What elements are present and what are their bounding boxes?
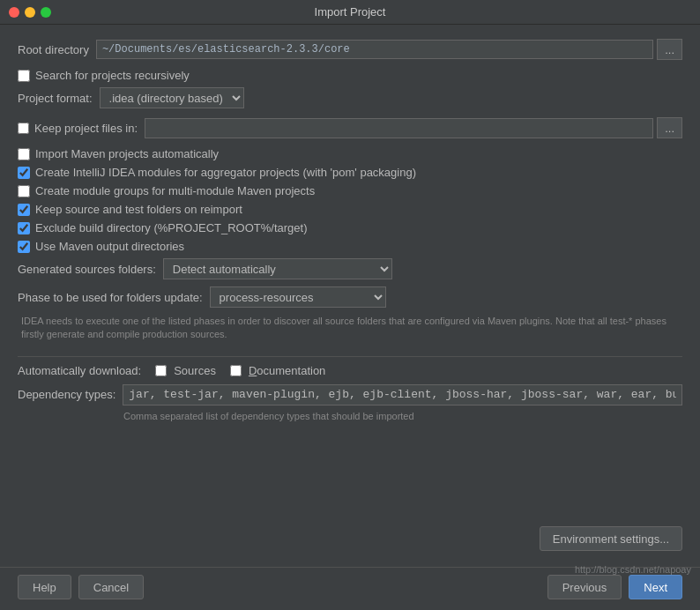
dep-types-hint: Comma separated list of dependency types… — [18, 411, 682, 421]
generated-sources-row: Generated sources folders: Detect automa… — [18, 258, 682, 279]
auto-download-row: Automatically download: Sources Document… — [18, 364, 682, 377]
search-projects-label: Search for projects recursively — [35, 69, 190, 82]
dialog-content: Root directory ... Search for projects r… — [0, 25, 700, 567]
keep-source-checkbox[interactable] — [18, 204, 30, 216]
import-maven-label: Import Maven projects automatically — [35, 147, 219, 160]
right-nav-buttons: Previous Next — [547, 575, 682, 599]
project-format-row: Project format: .idea (directory based) — [18, 87, 682, 108]
keep-files-label: Keep project files in: — [34, 122, 138, 135]
help-button[interactable]: Help — [18, 575, 71, 599]
bottom-bar: Help Cancel Previous Next — [0, 567, 700, 610]
project-format-select[interactable]: .idea (directory based) — [100, 87, 244, 108]
documentation-label: Documentation — [249, 364, 325, 377]
create-modules-label: Create IntelliJ IDEA modules for aggrega… — [35, 166, 416, 179]
title-bar: Import Project — [0, 0, 700, 25]
previous-button[interactable]: Previous — [547, 575, 622, 599]
create-modules-row: Create IntelliJ IDEA modules for aggrega… — [18, 166, 682, 179]
exclude-build-label: Exclude build directory (%PROJECT_ROOT%/… — [35, 221, 307, 234]
create-groups-checkbox[interactable] — [18, 185, 30, 197]
keep-files-checkbox[interactable] — [18, 123, 29, 134]
window-controls — [9, 7, 51, 18]
create-groups-row: Create module groups for multi-module Ma… — [18, 184, 682, 197]
use-maven-output-row: Use Maven output directories — [18, 240, 682, 253]
root-dir-label: Root directory — [18, 43, 89, 56]
left-action-buttons: Help Cancel — [18, 575, 144, 599]
root-dir-input[interactable] — [96, 40, 653, 59]
keep-files-input[interactable] — [145, 118, 653, 138]
import-maven-checkbox[interactable] — [18, 148, 30, 160]
phase-label: Phase to be used for folders update: — [18, 291, 203, 304]
create-modules-checkbox[interactable] — [18, 167, 30, 179]
create-groups-label: Create module groups for multi-module Ma… — [35, 184, 315, 197]
dep-types-label: Dependency types: — [18, 388, 115, 401]
next-button[interactable]: Next — [629, 575, 682, 599]
exclude-build-row: Exclude build directory (%PROJECT_ROOT%/… — [18, 221, 682, 234]
use-maven-output-checkbox[interactable] — [18, 241, 30, 253]
exclude-build-checkbox[interactable] — [18, 222, 30, 234]
env-settings-button[interactable]: Environment settings... — [540, 526, 682, 551]
keep-files-browse-button[interactable]: ... — [657, 117, 682, 138]
keep-source-label: Keep source and test folders on reimport — [35, 203, 242, 216]
phase-hint-text: IDEA needs to execute one of the listed … — [18, 315, 682, 342]
generated-sources-select[interactable]: Detect automatically — [163, 258, 392, 279]
documentation-checkbox[interactable] — [230, 365, 242, 376]
generated-sources-label: Generated sources folders: — [18, 263, 156, 276]
search-projects-row: Search for projects recursively — [18, 69, 682, 82]
window-title: Import Project — [315, 5, 386, 19]
phase-row: Phase to be used for folders update: pro… — [18, 286, 682, 308]
project-format-label: Project format: — [18, 92, 93, 105]
root-dir-browse-button[interactable]: ... — [657, 39, 682, 60]
import-maven-row: Import Maven projects automatically — [18, 147, 682, 160]
close-button[interactable] — [9, 7, 19, 18]
use-maven-output-label: Use Maven output directories — [35, 240, 184, 253]
divider — [18, 356, 682, 357]
dep-types-row: Dependency types: — [18, 384, 682, 405]
minimize-button[interactable] — [25, 7, 35, 18]
maximize-button[interactable] — [41, 7, 51, 18]
keep-files-row: Keep project files in: ... — [18, 117, 682, 138]
cancel-button[interactable]: Cancel — [78, 575, 144, 599]
phase-select[interactable]: process-resources — [210, 286, 386, 308]
root-dir-row: Root directory ... — [18, 39, 682, 60]
keep-source-row: Keep source and test folders on reimport — [18, 203, 682, 216]
auto-download-label: Automatically download: — [18, 364, 141, 377]
search-projects-checkbox[interactable] — [18, 70, 30, 82]
sources-checkbox[interactable] — [155, 365, 167, 376]
dep-types-input[interactable] — [123, 384, 682, 405]
sources-label: Sources — [174, 364, 216, 377]
